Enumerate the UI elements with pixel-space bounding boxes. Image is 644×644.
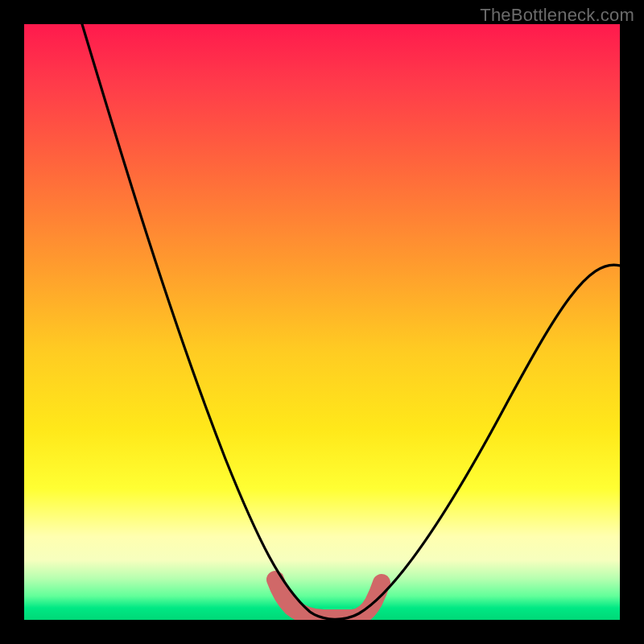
watermark-text: TheBottleneck.com: [480, 5, 634, 26]
curve-layer: [24, 24, 620, 620]
bottleneck-curve: [82, 24, 620, 619]
plot-area: [24, 24, 620, 620]
highlight-band: [275, 580, 382, 618]
chart-frame: TheBottleneck.com: [0, 0, 644, 644]
